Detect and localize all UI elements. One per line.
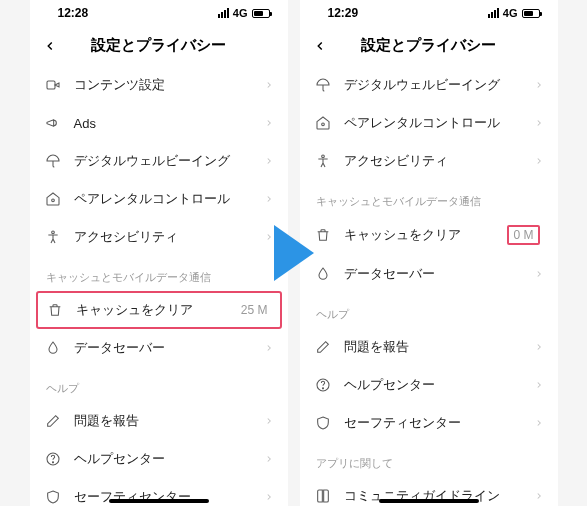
help-icon bbox=[44, 450, 62, 468]
chevron-right-icon bbox=[534, 80, 544, 90]
book-icon bbox=[314, 487, 332, 505]
chevron-right-icon bbox=[264, 343, 274, 353]
edit-icon bbox=[44, 412, 62, 430]
status-bar: 12:29 4G bbox=[300, 0, 558, 26]
chevron-right-icon bbox=[264, 80, 274, 90]
section-cache: キャッシュとモバイルデータ通信 bbox=[30, 256, 288, 291]
row-content-settings[interactable]: コンテンツ設定 bbox=[30, 66, 288, 104]
cache-size: 0 M bbox=[507, 225, 539, 245]
row-parental[interactable]: ペアレンタルコントロール bbox=[30, 180, 288, 218]
chevron-right-icon bbox=[534, 269, 544, 279]
chevron-right-icon bbox=[264, 156, 274, 166]
chevron-right-icon bbox=[264, 232, 274, 242]
umbrella-icon bbox=[44, 152, 62, 170]
row-wellbeing[interactable]: デジタルウェルビーイング bbox=[30, 142, 288, 180]
shield-icon bbox=[314, 414, 332, 432]
drop-icon bbox=[314, 265, 332, 283]
row-data-saver[interactable]: データセーバー bbox=[300, 255, 558, 293]
megaphone-icon bbox=[44, 114, 62, 132]
row-label: Ads bbox=[74, 116, 252, 131]
row-report[interactable]: 問題を報告 bbox=[300, 328, 558, 366]
row-ads[interactable]: Ads bbox=[30, 104, 288, 142]
drop-icon bbox=[44, 339, 62, 357]
settings-list[interactable]: コンテンツ設定 Ads デジタルウェルビーイング ペアレンタルコントロール アク… bbox=[30, 66, 288, 506]
row-accessibility[interactable]: アクセシビリティ bbox=[300, 142, 558, 180]
row-help-center[interactable]: ヘルプセンター bbox=[30, 440, 288, 478]
row-safety-center[interactable]: セーフティセンター bbox=[300, 404, 558, 442]
home-indicator bbox=[379, 499, 479, 503]
svg-point-7 bbox=[321, 155, 324, 158]
svg-point-2 bbox=[51, 199, 54, 202]
video-icon bbox=[44, 76, 62, 94]
shield-icon bbox=[44, 488, 62, 506]
row-label: デジタルウェルビーイング bbox=[74, 152, 252, 170]
section-cache: キャッシュとモバイルデータ通信 bbox=[300, 180, 558, 215]
cache-size: 25 M bbox=[241, 303, 268, 317]
row-parental[interactable]: ペアレンタルコントロール bbox=[300, 104, 558, 142]
svg-point-3 bbox=[51, 231, 54, 234]
row-clear-cache[interactable]: キャッシュをクリア 0 M bbox=[300, 215, 558, 255]
row-label: コンテンツ設定 bbox=[74, 76, 252, 94]
row-label: ペアレンタルコントロール bbox=[74, 190, 252, 208]
arrow-right-icon bbox=[274, 225, 314, 281]
battery-icon bbox=[522, 9, 540, 18]
row-label: ペアレンタルコントロール bbox=[344, 114, 522, 132]
status-time: 12:28 bbox=[58, 6, 89, 20]
status-bar: 12:28 4G bbox=[30, 0, 288, 26]
phone-before: 12:28 4G 設定とプライバシー コンテンツ設定 Ads デジタルウェルビー… bbox=[30, 0, 288, 506]
svg-marker-1 bbox=[55, 83, 59, 87]
trash-icon bbox=[46, 301, 64, 319]
battery-icon bbox=[252, 9, 270, 18]
phone-after: 12:29 4G 設定とプライバシー デジタルウェルビーイング ペアレンタルコン… bbox=[300, 0, 558, 506]
row-label: 問題を報告 bbox=[74, 412, 252, 430]
section-about: アプリに関して bbox=[300, 442, 558, 477]
status-time: 12:29 bbox=[328, 6, 359, 20]
chevron-right-icon bbox=[534, 156, 544, 166]
chevron-right-icon bbox=[534, 342, 544, 352]
section-help: ヘルプ bbox=[30, 367, 288, 402]
chevron-right-icon bbox=[264, 118, 274, 128]
signal-icon bbox=[218, 8, 229, 18]
row-label: データセーバー bbox=[74, 339, 252, 357]
network-label: 4G bbox=[503, 7, 518, 19]
page-title: 設定とプライバシー bbox=[361, 36, 496, 55]
signal-icon bbox=[488, 8, 499, 18]
help-icon bbox=[314, 376, 332, 394]
row-label: キャッシュをクリア bbox=[344, 226, 496, 244]
svg-point-5 bbox=[52, 462, 53, 463]
accessibility-icon bbox=[314, 152, 332, 170]
row-label: アクセシビリティ bbox=[344, 152, 522, 170]
edit-icon bbox=[314, 338, 332, 356]
row-help-center[interactable]: ヘルプセンター bbox=[300, 366, 558, 404]
row-data-saver[interactable]: データセーバー bbox=[30, 329, 288, 367]
home-indicator bbox=[109, 499, 209, 503]
chevron-right-icon bbox=[264, 416, 274, 426]
nav-bar: 設定とプライバシー bbox=[300, 26, 558, 66]
row-wellbeing[interactable]: デジタルウェルビーイング bbox=[300, 66, 558, 104]
row-label: 問題を報告 bbox=[344, 338, 522, 356]
back-button[interactable] bbox=[40, 36, 60, 56]
nav-bar: 設定とプライバシー bbox=[30, 26, 288, 66]
row-label: ヘルプセンター bbox=[344, 376, 522, 394]
svg-point-9 bbox=[322, 388, 323, 389]
chevron-right-icon bbox=[534, 491, 544, 501]
page-title: 設定とプライバシー bbox=[91, 36, 226, 55]
chevron-right-icon bbox=[264, 454, 274, 464]
row-report[interactable]: 問題を報告 bbox=[30, 402, 288, 440]
chevron-right-icon bbox=[534, 118, 544, 128]
row-accessibility[interactable]: アクセシビリティ bbox=[30, 218, 288, 256]
row-label: セーフティセンター bbox=[74, 488, 252, 506]
row-label: デジタルウェルビーイング bbox=[344, 76, 522, 94]
back-button[interactable] bbox=[310, 36, 330, 56]
section-help: ヘルプ bbox=[300, 293, 558, 328]
row-label: アクセシビリティ bbox=[74, 228, 252, 246]
umbrella-icon bbox=[314, 76, 332, 94]
home-lock-icon bbox=[44, 190, 62, 208]
row-label: キャッシュをクリア bbox=[76, 301, 229, 319]
home-lock-icon bbox=[314, 114, 332, 132]
settings-list[interactable]: デジタルウェルビーイング ペアレンタルコントロール アクセシビリティ キャッシュ… bbox=[300, 66, 558, 506]
chevron-right-icon bbox=[534, 380, 544, 390]
row-clear-cache[interactable]: キャッシュをクリア 25 M bbox=[36, 291, 282, 329]
network-label: 4G bbox=[233, 7, 248, 19]
trash-icon bbox=[314, 226, 332, 244]
